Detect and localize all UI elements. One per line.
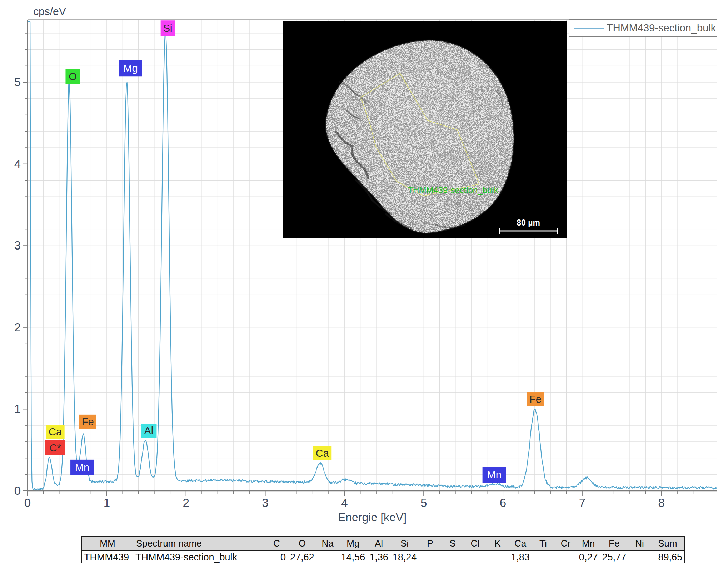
element-marker-mn: Mn: [70, 460, 94, 475]
table-cell: 25,77: [600, 550, 628, 563]
table-header-cell: Ti: [532, 537, 554, 550]
x-tick-label: 6: [500, 496, 506, 509]
table-header-cell: Spectrum name: [133, 537, 265, 550]
table-cell: 27,62: [288, 550, 316, 563]
y-tick-label: 3: [14, 239, 21, 252]
table-cell: 0: [265, 550, 288, 563]
table-row: THMM439THMM439-section_bulk027,6214,561,…: [81, 550, 685, 563]
table-header-cell: Mn: [577, 537, 600, 550]
quantification-table: MMSpectrum nameCONaMgAlSiPSClKCaTiCrMnFe…: [81, 536, 685, 563]
legend-entry[interactable]: THMM439-section_bulk: [569, 19, 717, 37]
y-tick-label: 0: [14, 484, 21, 497]
table-cell: [554, 550, 577, 563]
element-marker-label: Ca: [316, 448, 329, 459]
table-header-row: MMSpectrum nameCONaMgAlSiPSClKCaTiCrMnFe…: [81, 537, 685, 550]
element-marker-label: Fe: [529, 394, 542, 405]
y-tick-label: 4: [14, 157, 21, 171]
scale-bar-label: 80 µm: [517, 218, 540, 227]
element-marker-mg: Mg: [119, 60, 142, 76]
x-tick-label: 4: [341, 496, 348, 509]
table-header-cell: MM: [81, 537, 133, 550]
table-cell: [441, 550, 464, 563]
y-tick-label: 2: [14, 321, 21, 334]
table-header-cell: Al: [367, 537, 390, 550]
table-cell: 1,83: [509, 550, 532, 563]
table-header-cell: S: [441, 537, 464, 550]
element-marker-ca: Ca: [313, 446, 331, 460]
element-marker-label: Ca: [49, 426, 62, 438]
y-tick-label: 5: [14, 75, 21, 89]
table-header-cell: Cr: [554, 537, 577, 550]
table-header-cell: Si: [390, 537, 419, 550]
table-cell: 18,24: [390, 550, 419, 563]
table-header-cell: Cl: [464, 537, 486, 550]
element-marker-c-esc: C*: [45, 440, 65, 455]
table-header-cell: K: [486, 537, 509, 550]
table-cell: 0,27: [577, 550, 600, 563]
x-tick-label: 0: [24, 496, 31, 509]
element-marker-mn: Mn: [483, 467, 506, 483]
legend-line-swatch: [574, 28, 604, 29]
table-header-cell: Ca: [509, 537, 532, 550]
element-marker-fe: Fe: [79, 415, 96, 429]
element-marker-label: Si: [163, 23, 173, 34]
table-body: THMM439THMM439-section_bulk027,6214,561,…: [81, 550, 685, 563]
element-marker-si: Si: [161, 20, 175, 36]
table-cell: [316, 550, 339, 563]
x-tick-label: 3: [262, 496, 268, 509]
element-marker-o: O: [65, 69, 80, 84]
sem-inset-image: THMM439-section_bulk 80 µm: [283, 21, 567, 238]
table-cell: 1,36: [367, 550, 390, 563]
element-marker-label: Mn: [75, 462, 89, 473]
eds-report-page: 012345678012345 CaC*MnFeOMgAlSiCaMnFe cp…: [0, 0, 728, 563]
table-cell: [464, 550, 486, 563]
table-header-cell: P: [419, 537, 441, 550]
table-cell: [628, 550, 651, 563]
table-cell: THMM439: [81, 550, 133, 563]
element-marker-label: O: [69, 71, 77, 82]
element-marker-label: Fe: [82, 416, 94, 428]
y-tick-label: 1: [14, 402, 21, 415]
roi-label: THMM439-section_bulk: [408, 185, 498, 195]
table-cell: [486, 550, 509, 563]
table-header-cell: Mg: [339, 537, 368, 550]
x-tick-label: 5: [420, 496, 427, 509]
table-header-cell: Ni: [628, 537, 651, 550]
element-marker-label: C*: [50, 442, 61, 454]
element-marker-label: Mn: [487, 469, 501, 480]
table-header-cell: Sum: [651, 537, 685, 550]
legend-label: THMM439-section_bulk: [607, 22, 716, 34]
x-tick-label: 1: [104, 496, 110, 509]
table-header-cell: Na: [316, 537, 339, 550]
element-marker-fe: Fe: [527, 392, 544, 406]
table-cell: [419, 550, 441, 563]
x-tick-label: 7: [579, 496, 585, 509]
table-cell: 14,56: [339, 550, 368, 563]
table-header-cell: C: [265, 537, 288, 550]
element-marker-al: Al: [141, 424, 156, 438]
element-marker-label: Mg: [123, 63, 138, 74]
table-header-cell: Fe: [600, 537, 628, 550]
table-header-cell: O: [288, 537, 316, 550]
table-cell: 89,65: [651, 550, 685, 563]
element-marker-ca: Ca: [46, 425, 65, 439]
table-cell: [532, 550, 554, 563]
y-axis-title: cps/eV: [33, 5, 66, 17]
x-tick-label: 8: [658, 496, 665, 509]
x-tick-label: 2: [183, 496, 189, 509]
table-cell: THMM439-section_bulk: [133, 550, 265, 563]
element-marker-label: Al: [144, 425, 154, 436]
x-axis-title: Energie [keV]: [338, 511, 407, 524]
